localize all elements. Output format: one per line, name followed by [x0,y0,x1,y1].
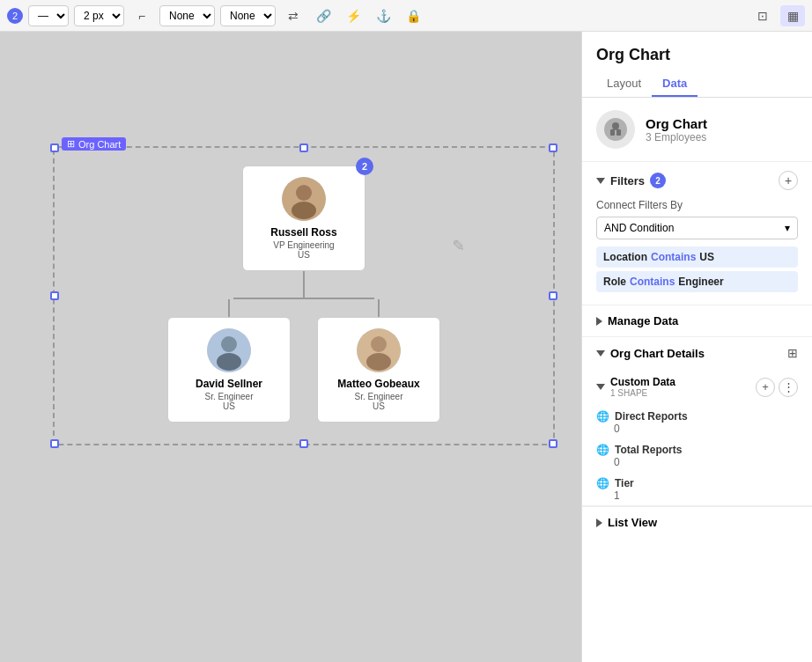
filters-section-header[interactable]: Filters 2 + [582,162,812,199]
custom-data-add-btn[interactable]: + [756,378,775,397]
list-view-header[interactable]: List View [582,507,812,538]
employee-avatar-top [282,177,326,221]
filters-collapse-icon [596,178,605,184]
manage-data-label: Manage Data [608,314,678,327]
pencil-icon: ✏ [447,234,469,257]
total-reports-header: 🌐 Total Reports [596,444,798,456]
filters-section: Filters 2 + Connect Filters By AND Condi… [582,162,812,305]
custom-data-header: Custom Data 1 SHAPE + ⋮ [582,369,812,405]
tab-layout[interactable]: Layout [596,71,652,97]
svg-rect-11 [610,129,615,136]
filter-role-op: Contains [630,276,675,288]
toolbar-badge: 2 [7,8,23,24]
bottom-card-left-wrapper: David Sellner Sr. Engineer US [167,299,291,423]
line-width-select[interactable]: 2 px [74,5,124,26]
manage-data-section: Manage Data [582,305,812,337]
svg-point-2 [292,202,316,219]
lock-btn[interactable]: 🔒 [401,5,425,26]
canvas: ⊞ Org Chart 2 [0,32,581,662]
right-panel: Org Chart Layout Data Org Chart 3 Employ [581,32,812,662]
filter-role-val: Engineer [678,276,723,288]
handle-bottom-left[interactable] [50,439,59,448]
details-header-left: Org Chart Details [596,347,705,360]
filter-location-op: Contains [651,251,696,263]
toolbar: 2 — 2 px ⌐ None None ⇄ 🔗 ⚡ ⚓ 🔒 ⊡ ▦ [0,0,812,32]
org-chart-details-section: Org Chart Details ⊞ Custom Data 1 SHAPE … [582,337,812,506]
anchor-btn[interactable]: ⚓ [371,5,395,26]
chart-info: Org Chart 3 Employees [582,98,812,162]
direct-reports-header: 🌐 Direct Reports [596,410,798,423]
filter-dropdown-value: AND Condition [604,222,674,234]
tier-header: 🌐 Tier [596,477,798,489]
org-frame-label: ⊞ Org Chart [62,137,126,151]
tier-icon: 🌐 [596,477,609,489]
org-frame: ⊞ Org Chart 2 [53,146,555,445]
handle-top-left[interactable] [50,143,59,152]
filter-location-val: US [699,251,714,263]
employee-location-left: US [223,401,235,411]
windows-btn[interactable]: ⊡ [750,5,775,26]
custom-data-title: Custom Data [610,376,675,388]
custom-data-more-btn[interactable]: ⋮ [779,378,798,397]
svg-rect-12 [616,129,621,136]
end-style-select1[interactable]: None [159,5,215,26]
panel-tabs: Layout Data [582,71,812,98]
total-reports-value: 0 [596,456,798,468]
filters-header-left: Filters 2 [596,173,666,188]
tab-data[interactable]: Data [652,71,698,97]
corner-style-btn[interactable]: ⌐ [129,5,154,26]
filter-pill-location[interactable]: Location Contains US [596,246,798,268]
connect-filters-label: Connect Filters By [596,199,798,211]
line-style-select[interactable]: — [28,5,69,26]
frame-title: Org Chart [78,139,121,150]
handle-mid-left[interactable] [50,291,59,300]
employee-card-top[interactable]: 2 Russell Ross VP Engineering [242,166,365,271]
panel-title: Org Chart [582,32,812,71]
handle-top-right[interactable] [549,143,557,152]
connect-filters-dropdown[interactable]: AND Condition ▾ [596,217,798,239]
filter-pill-role[interactable]: Role Contains Engineer [596,271,798,292]
svg-point-5 [217,353,241,371]
org-content: 2 Russell Ross VP Engineering [72,166,535,426]
filters-label: Filters [610,174,645,188]
total-reports-row: 🌐 Total Reports 0 [582,438,812,472]
tier-value: 1 [596,489,798,502]
chart-sub: 3 Employees [646,131,707,143]
employee-card-right[interactable]: Matteo Gobeaux Sr. Engineer US [317,317,440,423]
employee-name-left: David Sellner [196,378,262,390]
swap-btn[interactable]: ⇄ [281,5,306,26]
handle-top-center[interactable] [299,143,308,152]
chart-name: Org Chart [646,116,707,131]
employee-title-left: Sr. Engineer [204,392,253,401]
filters-content: Connect Filters By AND Condition ▾ Locat… [582,199,812,305]
frame-grid-icon: ⊞ [67,138,75,150]
tier-row: 🌐 Tier 1 [582,472,812,505]
bottom-cards: David Sellner Sr. Engineer US [167,299,440,423]
employee-avatar-right [357,328,401,372]
handle-bottom-right[interactable] [549,439,557,448]
custom-data-collapse-icon [596,384,605,390]
handle-mid-right[interactable] [549,291,557,300]
direct-reports-label: Direct Reports [615,410,688,423]
employee-card-left[interactable]: David Sellner Sr. Engineer US [167,317,291,423]
employee-badge: 2 [356,158,373,175]
direct-reports-row: 🌐 Direct Reports 0 [582,405,812,438]
end-style-select2[interactable]: None [220,5,276,26]
bolt-btn[interactable]: ⚡ [341,5,365,26]
panel-btn[interactable]: ▦ [780,5,805,26]
org-chart-details-header[interactable]: Org Chart Details ⊞ [582,337,812,369]
manage-data-header[interactable]: Manage Data [582,305,812,336]
filters-add-btn[interactable]: + [779,171,798,190]
handle-bottom-center[interactable] [299,439,308,448]
custom-data-actions: + ⋮ [756,378,798,397]
svg-point-8 [366,353,391,371]
connector-line-up-left [228,299,230,317]
connector-line-up-right [378,299,380,317]
main: ⊞ Org Chart 2 [0,32,812,662]
employee-title-top: VP Engineering [273,240,334,250]
filter-dropdown-arrow: ▾ [785,222,790,234]
employee-location-right: US [373,401,385,411]
link-btn[interactable]: 🔗 [311,5,336,26]
direct-reports-icon: 🌐 [596,410,609,423]
bottom-card-right-wrapper: Matteo Gobeaux Sr. Engineer US [317,299,440,423]
